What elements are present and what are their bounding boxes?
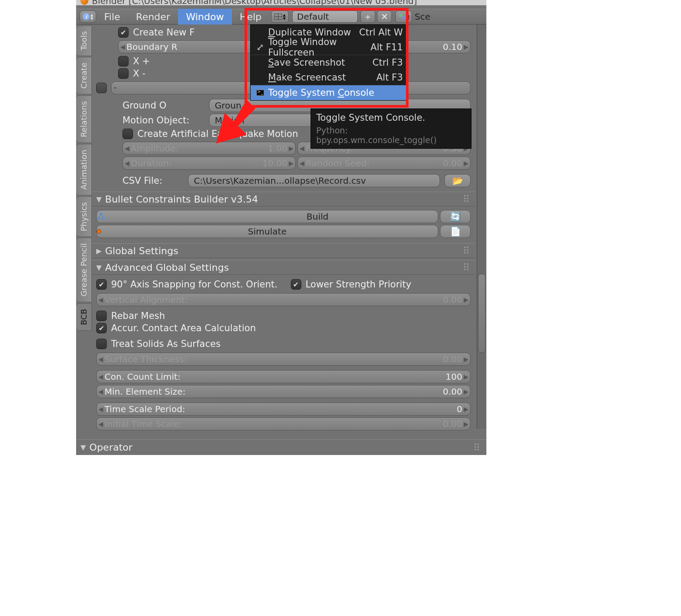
lower-strength-checkbox[interactable]: ✔ <box>291 279 301 290</box>
scene-browse-button[interactable]: ▴▾ <box>395 10 412 23</box>
bullet-icon: • <box>113 84 117 91</box>
chevron-left-icon: ◀ <box>300 160 304 167</box>
refresh-button[interactable]: 🔄 <box>440 210 471 223</box>
simulate-label: Simulate <box>248 226 286 237</box>
xminus-label: X - <box>133 68 146 79</box>
xplus-checkbox[interactable] <box>118 56 129 66</box>
global-settings-text: Global Settings <box>105 245 178 256</box>
chevron-left-icon: ◀ <box>300 145 304 152</box>
duration-label: Duration: <box>131 158 262 168</box>
chevron-right-icon: ▶ <box>464 43 468 50</box>
menu-file[interactable]: File <box>96 9 128 24</box>
screen-layout-name[interactable]: Default <box>292 10 358 23</box>
info-icon: i <box>83 13 90 20</box>
layout-icon <box>274 14 282 20</box>
add-layout-button[interactable]: ＋ <box>360 10 375 23</box>
init-time-value: 0.00 <box>443 419 462 429</box>
amplitude-field[interactable]: ◀Amplitude:1.00▶ <box>122 142 296 155</box>
con-count-field[interactable]: ◀Con. Count Limit:100▶ <box>96 370 471 383</box>
csv-file-path-input[interactable]: C:\Users\Kazemian...ollapse\Record.csv <box>188 174 440 187</box>
grip-icon: ⠿ <box>473 442 481 453</box>
chevron-right-icon: ▶ <box>464 406 468 413</box>
left-tab-animation[interactable]: Animation <box>76 144 92 196</box>
panel-scrollbar[interactable] <box>477 24 486 429</box>
surface-thickness-field[interactable]: ◀Surface Thickness:0.00▶ <box>96 353 471 366</box>
tooltip-python: Python: bpy.ops.wm.console_toggle() <box>316 126 466 145</box>
chevron-left-icon: ◀ <box>98 388 103 395</box>
build-label: Build <box>307 211 328 222</box>
left-tab-grease-pencil[interactable]: Grease Pencil <box>76 238 92 302</box>
artificial-eq-checkbox[interactable] <box>122 129 133 139</box>
scene-label: Sce <box>412 11 430 22</box>
motion-object-value: Motion <box>215 115 244 126</box>
operator-label: Operator <box>89 442 132 453</box>
accur-contact-checkbox[interactable]: ✔ <box>96 323 107 333</box>
advanced-settings-header[interactable]: ▼ Advanced Global Settings ⠿ <box>92 260 475 275</box>
left-tab-create[interactable]: Create <box>76 57 92 94</box>
create-new-checkbox[interactable]: ✔ <box>118 27 129 38</box>
delete-layout-button[interactable]: ✕ <box>377 10 392 23</box>
section-enable-checkbox[interactable] <box>96 83 107 93</box>
scrollbar-thumb[interactable] <box>478 274 485 353</box>
chevron-right-icon: ▶ <box>464 356 468 363</box>
record-dot-icon <box>97 229 101 234</box>
left-tab-physics[interactable]: Physics <box>76 196 92 237</box>
menu-item-toggle-fullscreen[interactable]: ⤢ Toggle Window Fullscreen Alt F11 <box>251 40 408 55</box>
time-scale-field[interactable]: ◀Time Scale Period:0▶ <box>96 402 471 416</box>
screen-layout-browse[interactable]: ▴▾ <box>271 10 289 23</box>
amplitude-label: Amplitude: <box>131 143 268 154</box>
menu-help[interactable]: Help <box>232 9 269 24</box>
triangle-down-icon: ▼ <box>80 443 86 452</box>
min-elem-field[interactable]: ◀Min. Element Size:0.00▶ <box>96 385 471 398</box>
chevron-right-icon: ▶ <box>464 420 468 427</box>
axis-snap-checkbox[interactable]: ✔ <box>96 279 107 290</box>
triangle-down-icon: ▼ <box>96 195 101 203</box>
menu-render[interactable]: Render <box>128 9 178 24</box>
csv-file-label: CSV File: <box>122 175 184 186</box>
operator-panel-header[interactable]: ▼ Operator ⠿ <box>76 439 486 455</box>
vertical-alignment-value: 0.00 <box>443 294 462 305</box>
artificial-eq-label: Create Artificial Earthquake Motion <box>137 129 298 139</box>
create-new-label: Create New F <box>133 27 195 38</box>
build-button[interactable]: Build <box>96 210 438 223</box>
bcb-panel-header[interactable]: ▼ Bullet Constraints Builder v3.54 ⠿ <box>92 192 475 206</box>
xminus-checkbox[interactable] <box>118 68 129 79</box>
chevron-left-icon: ◀ <box>98 373 103 380</box>
accur-contact-label: Accur. Contact Area Calculation <box>111 323 256 333</box>
menu-item-toggle-console[interactable]: Toggle System Console <box>251 85 408 100</box>
init-time-label: Initial Time Scale: <box>105 419 443 429</box>
ground-object-value: Groun <box>215 100 241 111</box>
shortcut: Ctrl F3 <box>373 57 403 68</box>
new-file-button[interactable]: 📄 <box>440 225 471 238</box>
csv-browse-button[interactable]: 📂 <box>444 174 471 187</box>
vertical-alignment-field[interactable]: ◀Vertical Alignment:0.00▶ <box>96 293 471 306</box>
simulate-button[interactable]: Simulate <box>96 225 438 238</box>
init-time-field[interactable]: ◀Initial Time Scale:0.00▶ <box>96 417 471 430</box>
fullscreen-label: Toggle Window Fullscreen <box>268 37 370 58</box>
bcb-header-text: Bullet Constraints Builder v3.54 <box>105 194 258 205</box>
left-tab-tools[interactable]: Tools <box>76 25 92 56</box>
random-seed-field[interactable]: ◀Random Seed:0.00▶ <box>297 157 471 170</box>
treat-solids-checkbox[interactable] <box>96 339 107 349</box>
chevron-left-icon: ◀ <box>98 406 103 413</box>
window-menu-dropdown: Duplicate Window Ctrl Alt W ⤢ Toggle Win… <box>250 24 409 101</box>
refresh-icon: 🔄 <box>450 211 461 222</box>
triangle-right-icon: ▶ <box>96 247 101 255</box>
app-window: Blender [C:\Users\KazemianM\Desktop\Arti… <box>76 0 486 455</box>
global-settings-header[interactable]: ▶ Global Settings ⠿ <box>92 243 475 258</box>
editor-type-selector[interactable]: i ▴▾ <box>80 10 96 23</box>
left-tab-bcb[interactable]: BCB <box>76 303 92 331</box>
menu-item-make-screencast[interactable]: Make Screencast Alt F3 <box>251 70 408 85</box>
chevron-right-icon: ▶ <box>464 373 468 380</box>
constraint-icon-svg <box>97 212 105 221</box>
treat-solids-label: Treat Solids As Surfaces <box>111 339 220 349</box>
rebar-mesh-checkbox[interactable] <box>96 311 107 321</box>
xplus-label: X + <box>133 56 150 66</box>
motion-object-label: Motion Object: <box>122 115 201 126</box>
plus-icon: ＋ <box>363 11 372 23</box>
duration-field[interactable]: ◀Duration:10.00▶ <box>122 157 296 170</box>
left-tab-relations[interactable]: Relations <box>76 95 92 143</box>
menu-window[interactable]: Window <box>178 9 232 24</box>
chevron-left-icon: ◀ <box>98 296 103 303</box>
menu-item-save-screenshot[interactable]: Save Screenshot Ctrl F3 <box>251 55 408 70</box>
